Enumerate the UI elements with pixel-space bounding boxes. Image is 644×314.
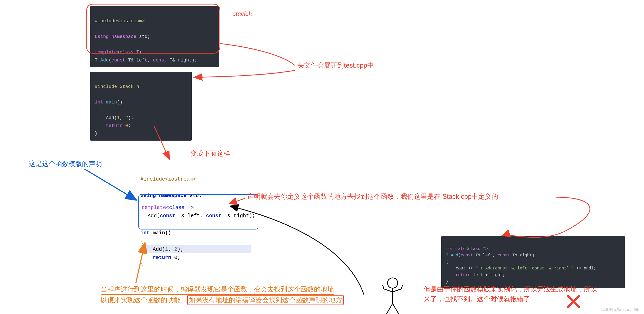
code-text: left + right;: [471, 273, 505, 277]
code-line: #include<iostream>: [95, 18, 145, 24]
label-orange-l2-wrap: 以便来实现这个函数的功能， 如果没有地址的话编译器会找到这个函数声明的地方: [101, 295, 344, 305]
code-block-stackh: #include<iostream> using namespace std; …: [90, 6, 219, 67]
code-text: {: [446, 260, 448, 264]
code-text: T& right): [510, 253, 535, 258]
code-text: (: [114, 115, 117, 120]
arrow-to-testcpp: [195, 70, 295, 77]
code-kw: int: [95, 100, 106, 105]
label-become: 变成下面这样: [190, 149, 230, 158]
x-mark-icon: [568, 296, 579, 307]
code-text: <class T>: [166, 205, 194, 211]
code-text: (: [109, 58, 111, 63]
code-kw: return: [95, 123, 125, 128]
svg-line-9: [568, 296, 579, 307]
code-kw: template: [446, 247, 466, 251]
code-text: );: [177, 246, 183, 252]
code-kw: class: [468, 247, 480, 251]
code-kw: const: [498, 253, 510, 258]
svg-line-4: [393, 289, 401, 292]
code-kw: template: [141, 205, 166, 211]
watermark: CSDN @laochen985: [601, 307, 639, 312]
code-text: Add(: [140, 246, 165, 252]
code-text: <: [466, 247, 468, 251]
code-text: (): [165, 230, 171, 236]
code-text: }: [95, 131, 98, 136]
code-text: {: [95, 107, 98, 112]
code-kw: const: [206, 213, 224, 219]
code-kw: const: [111, 58, 125, 63]
code-kw: int: [140, 230, 153, 236]
arrow-to-stackcpp: [502, 197, 590, 237]
code-num: 0: [125, 123, 128, 128]
code-kw: class: [120, 50, 134, 55]
code-fn: main: [106, 100, 117, 105]
code-kw: const: [153, 58, 167, 63]
code-text: T& right);: [224, 213, 255, 219]
label-fail-l1: 但是由于你的函数模版未实例化，所以无法生成地址，所以: [424, 285, 597, 294]
code-kw: return: [140, 255, 174, 260]
svg-line-8: [568, 296, 579, 307]
code-kw: using namespace: [95, 34, 136, 39]
code-block-expanded-main: int main() { Add(1, 2); return 0; }: [140, 221, 183, 270]
svg-line-7: [393, 303, 399, 314]
svg-line-6: [386, 303, 393, 314]
code-text: T& left,: [125, 58, 153, 63]
label-fail-l2: 来了，也找不到。这个时候就报错了: [424, 295, 530, 303]
code-text: T: [95, 58, 100, 63]
label-orange-l2b-boxed: 如果没有地址的话编译器会找到这个函数声明的地方: [187, 295, 344, 305]
label-orange-l2a: 以便来实现这个函数的功能，: [101, 296, 187, 305]
code-text: 0;: [174, 255, 180, 260]
label-declaration: 这是这个函数模版的声明: [29, 159, 102, 168]
code-kw: return: [446, 273, 471, 277]
code-brace: }: [140, 263, 144, 269]
code-text: (: [458, 253, 461, 258]
arrow-stackh-out: [220, 44, 295, 65]
code-block-stackcpp: template<class T> T Add(const T& left, c…: [441, 236, 625, 288]
code-text: T Add(: [141, 213, 160, 219]
code-text: ;: [128, 123, 131, 128]
arrow-decl-label: [85, 169, 136, 200]
code-brace: {: [140, 238, 144, 244]
label-goto-definition: 声明就会去你定义这个函数的地方去找到这个函数，我们这里是在 Stack.cpp中…: [247, 192, 498, 201]
label-stackh: stack.h: [233, 10, 252, 17]
code-text: ,: [168, 246, 174, 252]
svg-line-3: [383, 285, 384, 289]
code-text: std;: [136, 34, 150, 39]
code-fn: Add: [100, 58, 109, 63]
code-text: T>: [134, 50, 142, 55]
code-text: );: [128, 115, 134, 120]
label-orange-l1: 当程序进行到这里的时候，编译器发现它是个函数，变会去找到这个函数的地址: [101, 285, 334, 295]
stick-figure: [383, 278, 403, 314]
code-line: #include<iostream>: [140, 176, 196, 182]
code-text: ,: [120, 115, 125, 120]
code-fn: main: [153, 230, 165, 236]
svg-point-0: [387, 278, 398, 288]
code-text: T& left,: [473, 253, 498, 258]
code-num: 1: [117, 115, 120, 120]
code-text: T>: [480, 247, 488, 251]
code-text: T& right);: [167, 58, 197, 63]
svg-line-2: [384, 289, 393, 292]
code-block-testcpp: #include"Stack.h" int main() { Add(1, 2)…: [90, 72, 192, 141]
code-text: << endl;: [574, 266, 596, 271]
code-line: #include"Stack.h": [95, 84, 142, 89]
code-fn: Add: [451, 253, 458, 258]
code-kw: const: [160, 213, 178, 219]
code-text: cout <<: [446, 266, 475, 271]
code-text: T: [446, 253, 451, 258]
code-num: 2: [174, 246, 177, 252]
code-kw: const: [461, 253, 473, 258]
svg-line-5: [401, 285, 403, 289]
code-text: <: [117, 50, 120, 55]
code-kw: template: [95, 50, 117, 55]
code-num: 1: [165, 246, 168, 252]
code-str: " T Add(const T& left, const T& right) ": [475, 266, 574, 271]
code-text: T& left,: [178, 213, 206, 219]
code-text: Add: [95, 115, 114, 120]
code-text: }: [446, 279, 448, 284]
label-header-expand: 头文件会展开到test.cpp中: [297, 61, 374, 70]
code-num: 2: [125, 115, 128, 120]
code-text: (): [117, 100, 122, 105]
